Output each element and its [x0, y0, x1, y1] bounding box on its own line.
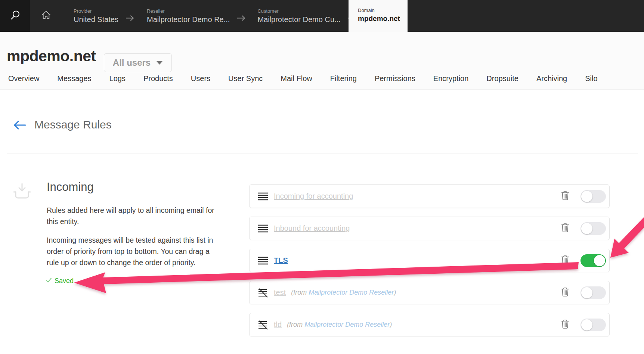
section-divider	[7, 153, 638, 153]
checkmark-icon	[46, 277, 52, 285]
no-drag-inherited-icon	[258, 288, 269, 298]
breadcrumb-provider[interactable]: Provider United States	[74, 8, 118, 24]
rule-row: tld (from Mailprotector Demo Reseller)	[249, 313, 610, 336]
home-button[interactable]	[41, 10, 51, 21]
rule-enabled-toggle[interactable]	[580, 319, 606, 331]
tab-overview[interactable]: Overview	[8, 74, 39, 83]
incoming-rules-list: Incoming for accounting	[249, 184, 610, 336]
tab-silo[interactable]: Silo	[585, 74, 597, 83]
breadcrumb-customer-value: Mailprotector Demo Cu...	[257, 15, 340, 24]
toggle-knob	[581, 191, 592, 202]
rule-from-reseller-link[interactable]: Mailprotector Demo Reseller	[304, 321, 390, 328]
breadcrumb-arrow-icon	[125, 15, 134, 23]
delete-rule-button[interactable]	[561, 287, 569, 298]
tab-mail-flow[interactable]: Mail Flow	[281, 74, 312, 83]
breadcrumb-domain-active-tab[interactable]: Domain mpdemo.net	[349, 0, 408, 34]
rule-name-link[interactable]: test	[274, 288, 286, 297]
trash-icon	[561, 319, 569, 330]
home-icon	[41, 10, 51, 21]
rule-enabled-toggle[interactable]	[580, 222, 606, 235]
save-status: Saved	[46, 277, 74, 285]
rule-inherited-from: (from Mailprotector Demo Reseller)	[287, 321, 392, 329]
rule-from-prefix: (from	[291, 289, 309, 296]
delete-rule-button[interactable]	[561, 191, 569, 202]
drag-handle-icon[interactable]	[258, 224, 269, 233]
rule-enabled-toggle[interactable]	[580, 254, 606, 267]
toggle-knob	[594, 255, 605, 266]
rule-row: Incoming for accounting	[249, 184, 610, 208]
incoming-tray-icon	[12, 181, 32, 202]
rule-name-link[interactable]: Incoming for accounting	[274, 192, 353, 201]
tab-encryption[interactable]: Encryption	[433, 74, 469, 83]
breadcrumb-reseller-label: Reseller	[147, 8, 230, 14]
breadcrumb-provider-value: United States	[74, 15, 118, 24]
breadcrumb-reseller-value: Mailprotector Demo Re...	[147, 15, 230, 24]
toggle-knob	[581, 319, 592, 330]
tab-products[interactable]: Products	[143, 74, 173, 83]
rule-from-reseller-link[interactable]: Mailprotector Demo Reseller	[309, 289, 394, 296]
tab-user-sync[interactable]: User Sync	[228, 74, 263, 83]
arrow-left-icon	[13, 125, 26, 131]
user-scope-value: All users	[113, 58, 151, 68]
rule-row: TLS	[249, 249, 610, 272]
rule-name-link[interactable]: TLS	[274, 256, 288, 265]
delete-rule-button[interactable]	[561, 319, 569, 330]
tab-logs[interactable]: Logs	[109, 74, 126, 83]
no-drag-inherited-icon	[258, 320, 269, 330]
toggle-knob	[581, 223, 592, 234]
drag-handle-icon[interactable]	[258, 192, 269, 201]
rule-inherited-from: (from Mailprotector Demo Reseller)	[291, 289, 396, 296]
breadcrumb-customer-label: Customer	[257, 8, 340, 14]
search-icon	[10, 10, 20, 22]
tab-messages[interactable]: Messages	[57, 74, 91, 83]
tab-archiving[interactable]: Archiving	[536, 74, 567, 83]
tab-filtering[interactable]: Filtering	[330, 74, 357, 83]
rule-name-link[interactable]: tld	[274, 320, 282, 329]
search-button[interactable]	[0, 0, 30, 32]
drag-handle-icon[interactable]	[258, 256, 269, 265]
top-navigation-bar: Provider United States Reseller Mailprot…	[0, 0, 644, 32]
trash-icon	[561, 191, 569, 202]
tab-users[interactable]: Users	[191, 74, 210, 83]
rule-row: Inbound for accounting	[249, 217, 610, 240]
breadcrumb-arrow-icon	[236, 15, 246, 23]
rule-row: test (from Mailprotector Demo Reseller)	[249, 281, 610, 304]
breadcrumb-domain-label: Domain	[358, 7, 408, 13]
tab-dropsuite[interactable]: Dropsuite	[486, 74, 518, 83]
rule-enabled-toggle[interactable]	[580, 286, 606, 299]
back-button[interactable]	[13, 120, 26, 131]
user-scope-dropdown[interactable]: All users	[104, 53, 172, 72]
rule-from-prefix: (from	[287, 321, 304, 328]
chevron-down-icon	[156, 61, 163, 65]
incoming-description-1: Rules added here will apply to all incom…	[47, 205, 230, 227]
save-status-text: Saved	[55, 277, 74, 285]
domain-tab-bar: Overview Messages Logs Products Users Us…	[8, 74, 598, 83]
incoming-description-2: Incoming messages will be tested against…	[47, 235, 230, 268]
page-title: mpdemo.net	[7, 47, 96, 65]
breadcrumb-reseller[interactable]: Reseller Mailprotector Demo Re...	[147, 8, 230, 24]
rule-enabled-toggle[interactable]	[580, 190, 606, 203]
tab-permissions[interactable]: Permissions	[375, 74, 415, 83]
trash-icon	[561, 287, 569, 298]
section-title: Message Rules	[34, 118, 112, 131]
rule-from-suffix: )	[394, 289, 396, 296]
breadcrumb-provider-label: Provider	[74, 8, 118, 14]
annotation-arrow-to-toggle	[610, 206, 644, 258]
trash-icon	[561, 255, 569, 266]
delete-rule-button[interactable]	[561, 255, 569, 266]
breadcrumb-customer[interactable]: Customer Mailprotector Demo Cu...	[257, 8, 340, 24]
rule-name-link[interactable]: Inbound for accounting	[274, 224, 350, 233]
rule-from-suffix: )	[390, 321, 392, 328]
incoming-heading: Incoming	[47, 180, 94, 194]
delete-rule-button[interactable]	[561, 223, 569, 234]
toggle-knob	[581, 287, 592, 298]
breadcrumb-domain-value: mpdemo.net	[358, 15, 408, 23]
trash-icon	[561, 223, 569, 234]
